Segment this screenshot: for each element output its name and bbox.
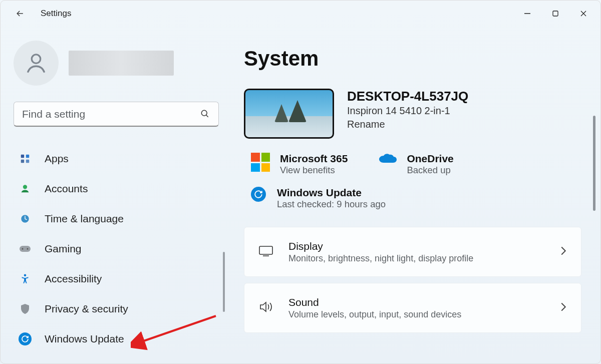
info-sub: Backed up [407, 165, 453, 176]
svg-rect-7 [21, 155, 24, 158]
nav-item-gaming[interactable]: Gaming [14, 234, 219, 264]
titlebar: Settings [1, 1, 600, 27]
rename-link[interactable]: Rename [347, 119, 468, 130]
minimize-button[interactable] [513, 4, 541, 24]
svg-rect-10 [26, 160, 29, 163]
row-title: Sound [288, 296, 546, 308]
device-block: DESKTOP-4L537JQ Inspiron 14 5410 2-in-1 … [244, 89, 581, 139]
main-scrollbar[interactable] [593, 116, 595, 211]
row-sub: Volume levels, output, input, sound devi… [288, 309, 546, 320]
time-language-icon [19, 212, 32, 225]
onedrive-icon [378, 153, 397, 172]
profile-name-placeholder [69, 51, 174, 76]
svg-point-5 [201, 110, 207, 116]
nav-label: Windows Update [45, 333, 124, 345]
profile-block[interactable] [14, 41, 219, 86]
nav-item-apps[interactable]: Apps [14, 144, 219, 174]
info-card-windows-update[interactable]: Windows Update Last checked: 9 hours ago [251, 187, 581, 210]
device-wallpaper-thumb [244, 89, 334, 139]
svg-line-6 [206, 115, 208, 117]
setting-row-sound[interactable]: Sound Volume levels, output, input, soun… [244, 283, 581, 333]
microsoft-logo-icon [251, 153, 270, 172]
row-title: Display [288, 240, 546, 252]
svg-rect-8 [26, 155, 29, 158]
svg-point-16 [27, 248, 29, 250]
close-button[interactable] [569, 4, 597, 24]
nav-item-time-language[interactable]: Time & language [14, 204, 219, 234]
nav-label: Accessibility [45, 273, 102, 285]
info-sub: Last checked: 9 hours ago [277, 199, 386, 210]
main-content: System DESKTOP-4L537JQ Inspiron 14 5410 … [231, 27, 600, 363]
nav-label: Apps [45, 153, 69, 165]
shield-icon [19, 302, 32, 315]
info-cards: Microsoft 365 View benefits OneDrive Bac… [251, 153, 581, 176]
page-title: System [244, 47, 581, 71]
sidebar: Apps Accounts Time & language Gaming Acc… [1, 27, 231, 363]
info-card-onedrive[interactable]: OneDrive Backed up [378, 153, 453, 176]
nav: Apps Accounts Time & language Gaming Acc… [14, 144, 219, 354]
info-title: Windows Update [277, 187, 386, 199]
svg-rect-18 [259, 246, 272, 254]
avatar [14, 41, 59, 86]
search-input[interactable] [14, 102, 219, 127]
sound-icon [258, 300, 274, 315]
info-sub: View benefits [280, 165, 348, 176]
chevron-right-icon [560, 302, 567, 314]
display-icon [258, 245, 274, 259]
device-info: DESKTOP-4L537JQ Inspiron 14 5410 2-in-1 … [347, 89, 468, 130]
accounts-icon [19, 182, 32, 195]
nav-label: Privacy & security [45, 303, 128, 315]
info-card-microsoft365[interactable]: Microsoft 365 View benefits [251, 153, 348, 176]
nav-item-privacy-security[interactable]: Privacy & security [14, 294, 219, 324]
svg-rect-14 [20, 246, 31, 252]
gaming-icon [19, 242, 32, 255]
nav-label: Gaming [45, 243, 82, 255]
nav-label: Time & language [45, 213, 124, 225]
device-name: DESKTOP-4L537JQ [347, 89, 468, 104]
info-title: OneDrive [407, 153, 453, 165]
maximize-button[interactable] [541, 4, 569, 24]
windows-update-icon [251, 187, 266, 202]
device-model: Inspiron 14 5410 2-in-1 [347, 105, 468, 117]
svg-rect-1 [553, 11, 558, 16]
windows-update-icon [19, 332, 32, 345]
row-sub: Monitors, brightness, night light, displ… [288, 253, 546, 264]
sidebar-scrollbar[interactable] [223, 252, 225, 312]
svg-point-17 [24, 274, 27, 276]
nav-item-accessibility[interactable]: Accessibility [14, 264, 219, 294]
nav-label: Accounts [45, 183, 88, 195]
info-title: Microsoft 365 [280, 153, 348, 165]
back-button[interactable] [12, 5, 29, 22]
layout: Apps Accounts Time & language Gaming Acc… [1, 27, 600, 363]
accessibility-icon [19, 272, 32, 285]
svg-point-15 [22, 248, 24, 250]
apps-icon [19, 152, 32, 165]
nav-item-windows-update[interactable]: Windows Update [14, 324, 219, 354]
search-icon [200, 109, 210, 121]
window-controls [513, 4, 597, 24]
setting-row-display[interactable]: Display Monitors, brightness, night ligh… [244, 227, 581, 277]
svg-rect-9 [21, 160, 24, 163]
window-title: Settings [41, 9, 71, 19]
svg-point-11 [23, 185, 27, 189]
search-wrap [14, 102, 219, 127]
nav-item-accounts[interactable]: Accounts [14, 174, 219, 204]
chevron-right-icon [560, 246, 567, 258]
svg-point-4 [32, 55, 41, 64]
